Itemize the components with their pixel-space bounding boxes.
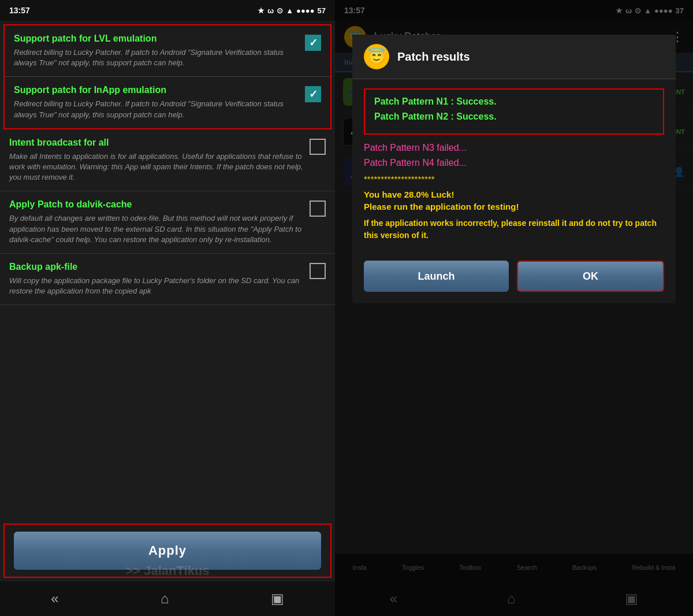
left-time: 13:57	[9, 6, 30, 15]
backup-patch-option: Backup apk-file Will copy the applicatio…	[0, 254, 335, 305]
result-n2: Patch Pattern N2 : Success.	[374, 112, 654, 122]
inapp-patch-title: Support patch for InApp emulation	[14, 85, 299, 95]
dialog-title: Patch results	[397, 50, 470, 64]
wave-icon: ω	[267, 6, 274, 15]
star-icon: ★	[258, 6, 264, 15]
apply-area: Apply	[3, 524, 331, 578]
run-text: Please run the application for testing!	[364, 202, 664, 211]
left-status-icons: ★ ω ⊙ ▲ ●●●● 57	[258, 6, 326, 15]
result-n1: Patch Pattern N1 : Success.	[374, 97, 654, 107]
signal-dots: ●●●●	[296, 6, 314, 15]
patch-results-dialog: 😇 Patch results Patch Pattern N1 : Succe…	[352, 35, 676, 303]
dalvik-patch-title: Apply Patch to dalvik-cache	[9, 199, 304, 210]
dialog-header: 😇 Patch results	[352, 35, 676, 79]
inapp-patch-text: Support patch for InApp emulation Redire…	[14, 85, 299, 120]
results-box: Patch Pattern N1 : Success. Patch Patter…	[364, 88, 664, 135]
left-bottom-nav: « ⌂ ▣	[0, 581, 335, 616]
inapp-checkbox[interactable]	[305, 86, 321, 102]
highlighted-patch-group: Support patch for LVL emulation Redirect…	[3, 24, 331, 129]
left-panel: 13:57 ★ ω ⊙ ▲ ●●●● 57 Support patch for …	[0, 0, 335, 616]
inapp-patch-desc: Redirect billing to Lucky Patcher. If pa…	[14, 99, 299, 120]
dialog-buttons: Launch OK	[352, 253, 676, 303]
wifi-icon: ▲	[286, 6, 293, 15]
dalvik-patch-desc: By default all changes are written to od…	[9, 213, 304, 245]
warning-text: If the application works incorrectly, pl…	[364, 217, 664, 242]
ok-button[interactable]: OK	[517, 261, 664, 292]
dalvik-checkbox[interactable]	[310, 201, 326, 217]
backup-checkbox[interactable]	[310, 263, 326, 279]
battery-percent: 57	[318, 6, 326, 15]
result-n4: Patch Pattern N4 failed...	[364, 158, 664, 168]
clock-icon: ⊙	[277, 6, 283, 15]
home-nav-icon[interactable]: ⌂	[161, 591, 169, 607]
lvl-patch-option: Support patch for LVL emulation Redirect…	[5, 25, 330, 77]
dialog-overlay: 😇 Patch results Patch Pattern N1 : Succe…	[335, 0, 693, 616]
apply-button[interactable]: Apply	[14, 532, 321, 570]
dalvik-patch-text: Apply Patch to dalvik-cache By default a…	[9, 199, 304, 245]
backup-patch-text: Backup apk-file Will copy the applicatio…	[9, 262, 304, 296]
left-status-bar: 13:57 ★ ω ⊙ ▲ ●●●● 57	[0, 0, 335, 21]
right-panel: 13:57 ★ ω ⊙ ▲ ●●●● 37 😇 Lucky Patcher ⋮ …	[335, 0, 693, 616]
angel-smiley-icon: 😇	[367, 48, 386, 66]
lvl-patch-text: Support patch for LVL emulation Redirect…	[14, 34, 299, 68]
lvl-patch-desc: Redirect billing to Lucky Patcher. If pa…	[14, 47, 299, 68]
back-nav-icon[interactable]: «	[51, 591, 58, 607]
launch-button[interactable]: Launch	[364, 261, 509, 292]
intent-patch-desc: Make all Intents to application is for a…	[9, 151, 304, 183]
lvl-patch-title: Support patch for LVL emulation	[14, 34, 299, 44]
dialog-body: Patch Pattern N1 : Success. Patch Patter…	[352, 79, 676, 253]
intent-patch-option: Intent broadcast for all Make all Intent…	[0, 129, 335, 192]
left-content: Support patch for LVL emulation Redirect…	[0, 21, 335, 521]
intent-patch-text: Intent broadcast for all Make all Intent…	[9, 138, 304, 183]
result-stars: *********************	[364, 174, 664, 184]
inapp-patch-option: Support patch for InApp emulation Redire…	[5, 77, 330, 128]
backup-patch-title: Backup apk-file	[9, 262, 304, 272]
dialog-icon: 😇	[364, 44, 389, 69]
lvl-checkbox[interactable]	[305, 35, 321, 51]
recents-nav-icon[interactable]: ▣	[271, 591, 284, 607]
result-n3: Patch Pattern N3 failed...	[364, 143, 664, 153]
intent-patch-title: Intent broadcast for all	[9, 138, 304, 148]
backup-patch-desc: Will copy the application package file t…	[9, 276, 304, 296]
intent-checkbox[interactable]	[310, 139, 326, 155]
luck-text: You have 28.0% Luck!	[364, 190, 664, 199]
dalvik-patch-option: Apply Patch to dalvik-cache By default a…	[0, 191, 335, 254]
